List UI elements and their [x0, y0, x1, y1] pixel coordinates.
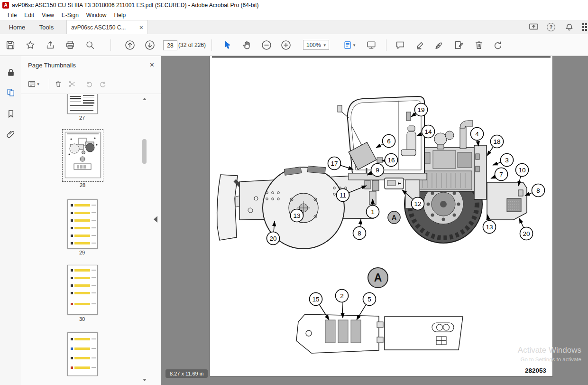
comment-button[interactable]: [394, 38, 407, 52]
title-bar: A avP06sc ASC150 CU St IIIA T3 3018006 2…: [0, 0, 588, 10]
highlight-button[interactable]: [413, 38, 427, 52]
select-tool-button[interactable]: [221, 38, 234, 52]
svg-text:6: 6: [387, 138, 391, 145]
redo-arrow-icon: [493, 40, 503, 50]
sign-button[interactable]: [432, 38, 446, 52]
security-lock-icon[interactable]: [5, 66, 17, 78]
tab-document-label: avP06sc ASC150 C...: [71, 24, 126, 31]
bookmarks-panel-icon[interactable]: [5, 108, 17, 120]
callout-17: 17: [328, 157, 354, 170]
share-file-button[interactable]: [44, 38, 57, 52]
menu-help[interactable]: Help: [110, 11, 130, 19]
page-up-icon: [124, 39, 136, 51]
svg-text:12: 12: [414, 200, 421, 207]
reading-mode-button[interactable]: [365, 38, 378, 52]
panel-title: Page Thumbnails: [28, 62, 76, 69]
callout-8: 8: [353, 219, 366, 240]
rotate-left-icon[interactable]: [82, 77, 95, 91]
thumbnail-diagram: [65, 132, 100, 178]
menu-edit[interactable]: Edit: [20, 11, 38, 19]
thumbnail-page-30[interactable]: [67, 265, 98, 315]
menu-window[interactable]: Window: [83, 11, 110, 19]
detail-a-title: A: [374, 272, 382, 284]
panel-scrollbar[interactable]: [142, 98, 147, 381]
next-page-button[interactable]: [143, 38, 156, 52]
fill-sign-button[interactable]: [452, 38, 466, 52]
redo-button[interactable]: [491, 38, 505, 52]
svg-text:17: 17: [331, 160, 338, 167]
zoom-in-button[interactable]: [279, 38, 293, 52]
notifications-bell-icon[interactable]: [564, 23, 574, 31]
svg-text:4: 4: [475, 131, 479, 138]
detail-a-marker-label: A: [392, 214, 396, 221]
tab-bar: Home Tools avP06sc ASC150 C... × ?: [0, 20, 588, 34]
thumbnail-label: 30: [67, 316, 97, 322]
hand-tool-button[interactable]: [240, 38, 254, 52]
chevron-down-icon: ▾: [323, 43, 326, 47]
favorite-star-button[interactable]: [24, 38, 37, 52]
extract-pages-button[interactable]: [65, 77, 79, 91]
save-icon: [5, 40, 16, 50]
print-button[interactable]: [64, 38, 77, 52]
svg-text:7: 7: [499, 171, 503, 178]
panel-close-icon[interactable]: ×: [150, 61, 154, 69]
page-size-tooltip: 8.27 x 11.69 in: [165, 369, 208, 378]
tab-document[interactable]: avP06sc ASC150 C... ×: [66, 20, 148, 34]
menu-bar: File Edit View E-Sign Window Help: [0, 10, 588, 20]
thumbnail-page-27[interactable]: [67, 94, 98, 114]
share-upload-icon: [45, 40, 55, 50]
svg-text:20: 20: [269, 235, 276, 242]
menu-view[interactable]: View: [38, 11, 58, 19]
save-button[interactable]: [4, 38, 17, 52]
pen-nib-icon: [434, 40, 444, 50]
delete-page-button[interactable]: [52, 77, 65, 91]
page-number-input[interactable]: 28: [163, 40, 177, 50]
svg-text:2: 2: [340, 292, 344, 300]
thumbnail-label: 27: [67, 115, 97, 121]
highlighter-icon: [415, 40, 425, 50]
main-toolbar: 28 (32 of 226) 100% ▾ ▾: [0, 34, 588, 56]
tab-tools[interactable]: Tools: [34, 20, 59, 34]
menu-file[interactable]: File: [4, 11, 20, 19]
search-icon: [85, 40, 95, 50]
help-icon[interactable]: ?: [546, 23, 556, 31]
fill-sign-icon: [454, 40, 464, 50]
search-button[interactable]: [83, 38, 97, 52]
svg-text:13: 13: [486, 224, 493, 231]
thumbnail-page-29[interactable]: [67, 199, 98, 249]
zoom-level-dropdown[interactable]: 100% ▾: [303, 40, 329, 50]
acrobat-window: A avP06sc ASC150 CU St IIIA T3 3018006 2…: [0, 0, 588, 385]
attachments-panel-icon[interactable]: [5, 128, 17, 140]
page-display-icon: [343, 40, 352, 50]
thumbnail-list: 27: [21, 94, 161, 385]
previous-page-button[interactable]: [123, 38, 137, 52]
page-thumbnails-panel-icon[interactable]: [5, 86, 17, 98]
rotate-right-icon[interactable]: [96, 77, 110, 91]
svg-text:13: 13: [293, 212, 300, 219]
apps-grid-icon[interactable]: [581, 23, 588, 31]
scroll-down-icon[interactable]: [143, 379, 147, 381]
thumbnail-page-31[interactable]: [67, 332, 98, 376]
thumbnail-label: 28: [68, 182, 97, 188]
zoom-out-button[interactable]: [260, 38, 273, 52]
acrobat-logo-icon: A: [2, 2, 9, 9]
page-display-options-button[interactable]: ▾: [340, 38, 358, 52]
callout-7: 7: [491, 168, 508, 181]
scroll-up-icon[interactable]: [143, 98, 147, 100]
panel-collapse-icon[interactable]: [154, 216, 157, 223]
share-screen-icon[interactable]: [529, 23, 538, 31]
navigation-rail: [0, 56, 21, 385]
thumbnail-page-28[interactable]: [65, 132, 101, 178]
delete-pages-button[interactable]: [472, 38, 486, 52]
comment-bubble-icon: [395, 40, 405, 50]
scrollbar-thumb[interactable]: [142, 139, 147, 164]
menu-esign[interactable]: E-Sign: [58, 11, 83, 19]
tab-home[interactable]: Home: [4, 20, 30, 34]
tab-close-icon[interactable]: ×: [139, 24, 143, 31]
document-view-area[interactable]: A A 282053 19146164: [161, 56, 588, 385]
callout-2: 2: [336, 290, 349, 319]
thumbnail-options-button[interactable]: ▾: [25, 77, 42, 91]
zoom-level-value: 100%: [306, 42, 321, 48]
trash-icon: [474, 40, 484, 50]
svg-text:8: 8: [536, 187, 540, 194]
